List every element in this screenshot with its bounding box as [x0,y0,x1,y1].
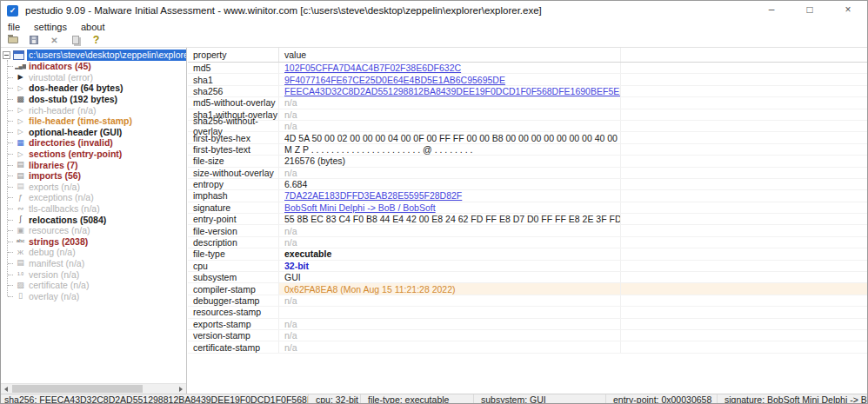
tree-item-label: optional-header (GUI) [29,127,122,137]
menu-file[interactable]: file [8,22,20,32]
tree-item-version[interactable]: 1.0version (n/a) [1,268,186,280]
open-button[interactable] [5,34,20,47]
value-cell: 4D 5A 50 00 02 00 00 00 04 00 0F 00 FF F… [279,132,621,142]
tree-item-optional-header[interactable]: ▷optional-header (GUI) [1,127,186,138]
property-cell: signature [188,202,279,213]
value-cell [279,307,621,317]
table-row[interactable]: file-typeexecutable [188,248,867,260]
table-row[interactable]: subsystemGUI [188,272,867,283]
property-cell: imphash [188,190,279,201]
tree-item-overlay[interactable]: ▯overlay (n/a) [1,290,186,301]
value-cell[interactable]: 7DA22AE183DFFD3EAB28E5595F28D82F [279,190,621,201]
tree-panel: c:\users\steve\desktop\zeppelin\explorer… [1,48,187,394]
row-filler [621,295,867,306]
collapse-expander-icon[interactable] [3,51,10,59]
help-button[interactable]: ? [89,34,103,47]
executable-file-icon [13,50,24,60]
tree-item-relocations[interactable]: ʃrelocations (5084) [1,214,186,225]
export-icon: ▤ [15,182,26,191]
table-row[interactable]: version-stampn/a [188,330,867,341]
properties-panel: propertyvalue md5102F05CFFA7D4AC4B7F02F3… [188,48,867,394]
tree-item-label: version (n/a) [29,269,79,280]
property-cell: md5-without-overlay [188,97,279,108]
table-row[interactable]: debugger-stampn/a [188,295,867,307]
save-button[interactable] [26,34,41,47]
tree-root-item[interactable]: c:\users\steve\desktop\zeppelin\explorer… [1,50,186,61]
table-row[interactable]: certificate-stampn/a [188,341,867,353]
bar-chart-icon: ▂▄▆ [15,62,26,71]
table-row[interactable]: sha1-without-overlayn/a [188,109,867,121]
menu-settings[interactable]: settings [34,22,67,32]
tree-item-label: exceptions (n/a) [29,192,94,202]
value-cell[interactable]: 102F05CFFA7D4AC4B7F02F38E6DF632C [279,63,621,73]
tree-item-certificate[interactable]: ▨certificate (n/a) [1,280,186,291]
copy-button[interactable] [68,34,83,47]
table-row[interactable]: first-bytes-textM Z P . . . . . . . . . … [188,144,867,156]
maximize-button[interactable]: □ [791,1,829,20]
tree-item-resources[interactable]: ▣resources (n/a) [1,225,186,236]
table-row[interactable]: signatureBobSoft Mini Delphi -> BoB / Bo… [188,202,867,214]
minimize-button[interactable]: – [752,1,791,20]
table-row[interactable]: sha256-without-overlayn/a [188,121,867,132]
property-cell: compiler-stamp [188,283,279,294]
table-row[interactable]: compiler-stamp0x62FA8EA8 (Mon Aug 15 11:… [188,283,867,295]
row-filler [621,202,867,213]
row-filler [621,179,867,189]
value-cell: GUI [279,272,621,282]
tree-item-debug[interactable]: Жdebug (n/a) [1,247,186,258]
tree-item-sections[interactable]: ▷sections (entry-point) [1,149,186,160]
row-filler [621,63,867,73]
value-cell: 6.684 [279,179,621,189]
tree-horizontal-scrollbar[interactable] [1,383,186,394]
table-row[interactable]: md5102F05CFFA7D4AC4B7F02F38E6DF632C [188,63,867,74]
tree-item-manifest[interactable]: ▤manifest (n/a) [1,258,186,269]
tree-item-imports[interactable]: ▤imports (56) [1,170,186,182]
menu-about[interactable]: about [81,22,105,32]
table-row[interactable]: entry-point55 8B EC 83 C4 F0 B8 44 E4 42… [188,214,867,225]
table-body: md5102F05CFFA7D4AC4B7F02F38E6DF632Csha19… [188,63,867,354]
column-header-filler [621,48,867,62]
scroll-right-arrow-icon[interactable] [176,384,186,394]
table-row[interactable]: md5-without-overlayn/a [188,97,867,109]
column-header-value[interactable]: value [279,48,621,62]
value-cell[interactable]: BobSoft Mini Delphi -> BoB / BobSoft [279,202,621,213]
table-row[interactable]: file-size216576 (bytes) [188,156,867,167]
table-row[interactable]: sha256FEECA43D32C8D2AD551298812BA8439DEE… [188,86,867,97]
library-icon: ▤ [15,160,26,169]
delete-button[interactable]: ✕ [47,34,62,47]
tree-item-strings[interactable]: abcstrings (2038) [1,236,186,248]
table-row[interactable]: descriptionn/a [188,237,867,248]
table-row[interactable]: resources-stamp [188,307,867,318]
scroll-left-arrow-icon[interactable] [1,384,11,394]
table-row[interactable]: first-bytes-hex4D 5A 50 00 02 00 00 00 0… [188,132,867,143]
tree-item-exceptions[interactable]: ƒexceptions (n/a) [1,192,186,203]
titlebar: ✓ pestudio 9.09 - Malware Initial Assess… [1,1,867,20]
table-row[interactable]: entropy6.684 [188,179,867,190]
tree-item-tls-callbacks[interactable]: ∾tls-callbacks (n/a) [1,203,186,215]
tree-item-libraries[interactable]: ▤libraries (7) [1,159,186,170]
status-sha256: sha256: FEECA43D32C8D2AD551298812BA8439D… [1,394,308,404]
table-row[interactable]: file-versionn/a [188,225,867,236]
tree-item-exports[interactable]: ▤exports (n/a) [1,182,186,193]
tree-item-file-header[interactable]: ▷file-header (time-stamp) [1,116,186,127]
table-row[interactable]: imphash7DA22AE183DFFD3EAB28E5595F28D82F [188,190,867,202]
value-cell[interactable]: FEECA43D32C8D2AD551298812BA8439DEE19F0DC… [279,86,621,96]
scrollbar-thumb[interactable] [12,385,143,393]
table-row[interactable]: exports-stampn/a [188,319,867,330]
directories-grid-icon: ▦ [15,138,26,148]
close-button[interactable]: × [829,1,867,20]
table-row[interactable]: size-without-overlayn/a [188,168,867,179]
column-header-property[interactable]: property [188,48,279,62]
row-filler [621,121,867,131]
tree-item-dos-stub[interactable]: ▩dos-stub (192 bytes) [1,94,186,105]
tree-item-indicators[interactable]: ▂▄▆indicators (45) [1,61,186,72]
value-cell: 32-bit [279,261,621,271]
tree-item-virustotal[interactable]: ▶virustotal (error) [1,72,186,83]
tree-item-directories[interactable]: ▦directories (invalid) [1,137,186,149]
tree-item-dos-header[interactable]: ▷dos-header (64 bytes) [1,83,186,94]
tree-item-rich-header[interactable]: ▷rich-header (n/a) [1,104,186,116]
table-row[interactable]: cpu32-bit [188,261,867,272]
table-row[interactable]: sha19F4077164FE67CE25D0E64E4BD5E1AB6C956… [188,74,867,85]
value-cell[interactable]: 9F4077164FE67CE25D0E64E4BD5E1AB6C95695DE [279,74,621,84]
property-cell: sha1 [188,74,279,84]
